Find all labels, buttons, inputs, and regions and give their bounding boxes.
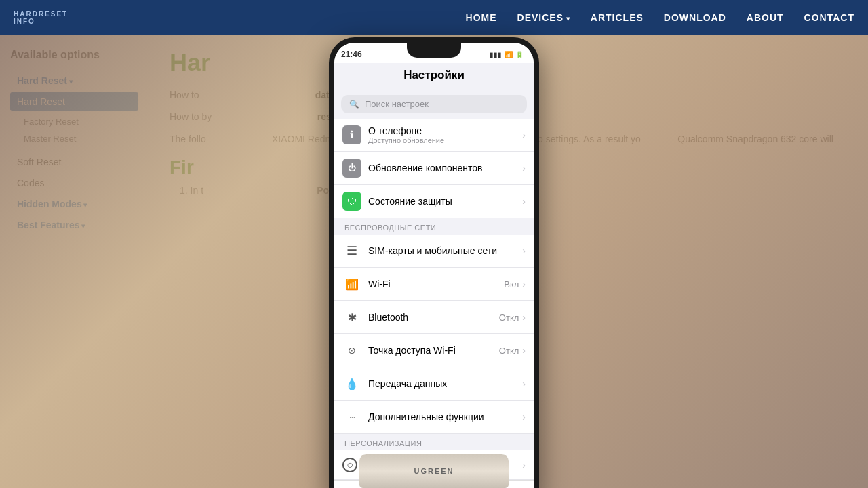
phone-device: 21:46 ▮▮▮ 📶 🔋 Настройки 🔍 Поиск настроек… xyxy=(329,37,539,488)
settings-item-update[interactable]: ⏻ Обновление компонентов › xyxy=(334,152,534,185)
update-chevron: › xyxy=(522,163,526,174)
phone-stand: UGREEN xyxy=(359,454,509,488)
top-navigation: HARDRESET INFO HOME DEVICES ARTICLES DOW… xyxy=(0,0,868,35)
logo-sub-text: INFO xyxy=(14,18,68,25)
settings-item-data[interactable]: 💧 Передача данных › xyxy=(334,367,534,401)
settings-item-hotspot[interactable]: ⊙ Точка доступа Wi-Fi Откл › xyxy=(334,334,534,367)
data-icon: 💧 xyxy=(342,374,361,393)
settings-item-more[interactable]: ··· Дополнительные функции › xyxy=(334,401,534,434)
security-chevron: › xyxy=(522,196,526,207)
settings-top-list: ℹ О телефоне Доступно обновление › ⏻ Обн… xyxy=(334,119,534,218)
nav-devices[interactable]: DEVICES xyxy=(517,12,570,23)
site-logo[interactable]: HARDRESET INFO xyxy=(14,10,68,25)
sim-content: SIM-карты и мобильные сети xyxy=(368,245,522,256)
about-right: › xyxy=(522,129,526,140)
bluetooth-content: Bluetooth xyxy=(368,312,499,323)
security-right: › xyxy=(522,196,526,207)
stand-brand-label: UGREEN xyxy=(414,467,454,475)
wifi-status-text: Вкл xyxy=(504,279,519,289)
sim-icon: ☰ xyxy=(342,241,361,260)
settings-item-bluetooth[interactable]: ✱ Bluetooth Откл › xyxy=(334,301,534,334)
search-placeholder-text: Поиск настроек xyxy=(365,99,429,109)
data-content: Передача данных xyxy=(368,378,522,389)
about-subtitle: Доступно обновление xyxy=(368,136,522,144)
section-wireless-label: БЕСПРОВОДНЫЕ СЕТИ xyxy=(334,218,534,235)
settings-title: Настройки xyxy=(334,63,534,89)
nav-home[interactable]: HOME xyxy=(466,12,497,23)
more-right: › xyxy=(522,411,526,422)
screen-right: › xyxy=(522,460,526,470)
wifi-right: Вкл › xyxy=(504,279,526,289)
security-title: Состояние защиты xyxy=(368,196,522,207)
update-title: Обновление компонентов xyxy=(368,163,522,174)
settings-item-wifi[interactable]: 📶 Wi-Fi Вкл › xyxy=(334,268,534,301)
more-icon: ··· xyxy=(342,407,361,426)
update-right: › xyxy=(522,163,526,174)
more-chevron: › xyxy=(522,411,526,422)
status-icons: ▮▮▮ 📶 🔋 xyxy=(490,51,524,58)
phone-notch xyxy=(407,43,461,58)
settings-wireless-list: ☰ SIM-карты и мобильные сети › 📶 Wi-Fi xyxy=(334,235,534,434)
screen-chevron: › xyxy=(522,460,526,470)
nav-contact[interactable]: CONTACT xyxy=(804,12,854,23)
section-personal-label: ПЕРСОНАЛИЗАЦИЯ xyxy=(334,434,534,450)
settings-item-sim[interactable]: ☰ SIM-карты и мобильные сети › xyxy=(334,235,534,268)
data-chevron: › xyxy=(522,378,526,389)
about-title: О телефоне xyxy=(368,125,522,136)
wifi-icon: 📶 xyxy=(342,274,361,293)
bluetooth-icon: ✱ xyxy=(342,308,361,327)
more-content: Дополнительные функции xyxy=(368,411,522,422)
signal-icon: ▮▮▮ xyxy=(490,51,502,58)
phone-screen: 21:46 ▮▮▮ 📶 🔋 Настройки 🔍 Поиск настроек… xyxy=(334,43,534,488)
nav-download[interactable]: DOWNLOAD xyxy=(664,12,726,23)
hotspot-icon: ⊙ xyxy=(342,341,361,360)
about-icon: ℹ xyxy=(342,125,361,144)
nav-about[interactable]: ABOUT xyxy=(747,12,784,23)
more-title: Дополнительные функции xyxy=(368,411,522,422)
hotspot-content: Точка доступа Wi-Fi xyxy=(368,345,499,356)
settings-search-bar[interactable]: 🔍 Поиск настроек xyxy=(341,95,527,113)
hotspot-title: Точка доступа Wi-Fi xyxy=(368,345,499,356)
wifi-content: Wi-Fi xyxy=(368,279,504,289)
sim-right: › xyxy=(522,245,526,256)
update-content: Обновление компонентов xyxy=(368,163,522,174)
bluetooth-right: Откл › xyxy=(499,312,526,323)
security-icon: 🛡 xyxy=(342,192,361,211)
bluetooth-status-text: Откл xyxy=(499,312,519,323)
about-content: О телефоне Доступно обновление xyxy=(368,125,522,144)
logo-main-text: HARDRESET xyxy=(14,10,68,18)
screen-icon: ○ xyxy=(342,458,357,472)
about-chevron: › xyxy=(522,129,526,140)
nav-articles[interactable]: ARTICLES xyxy=(591,12,644,23)
wifi-chevron: › xyxy=(522,279,526,289)
data-title: Передача данных xyxy=(368,378,522,389)
wifi-title: Wi-Fi xyxy=(368,279,504,289)
wifi-status-icon: 📶 xyxy=(505,51,513,58)
sim-chevron: › xyxy=(522,245,526,256)
data-right: › xyxy=(522,378,526,389)
hotspot-status-text: Откл xyxy=(499,346,519,356)
settings-screen: Настройки 🔍 Поиск настроек ℹ О телефоне … xyxy=(334,63,534,480)
status-time: 21:46 xyxy=(341,49,362,59)
battery-icon: 🔋 xyxy=(515,51,524,58)
nav-links: HOME DEVICES ARTICLES DOWNLOAD ABOUT CON… xyxy=(466,12,854,23)
settings-item-about[interactable]: ℹ О телефоне Доступно обновление › xyxy=(334,119,534,152)
hotspot-chevron: › xyxy=(522,345,526,356)
settings-item-security[interactable]: 🛡 Состояние защиты › xyxy=(334,185,534,218)
update-icon: ⏻ xyxy=(342,159,361,178)
security-content: Состояние защиты xyxy=(368,196,522,207)
bluetooth-chevron: › xyxy=(522,312,526,323)
sim-title: SIM-карты и мобильные сети xyxy=(368,245,522,256)
bluetooth-title: Bluetooth xyxy=(368,312,499,323)
hotspot-right: Откл › xyxy=(499,345,526,356)
search-icon: 🔍 xyxy=(349,100,359,109)
